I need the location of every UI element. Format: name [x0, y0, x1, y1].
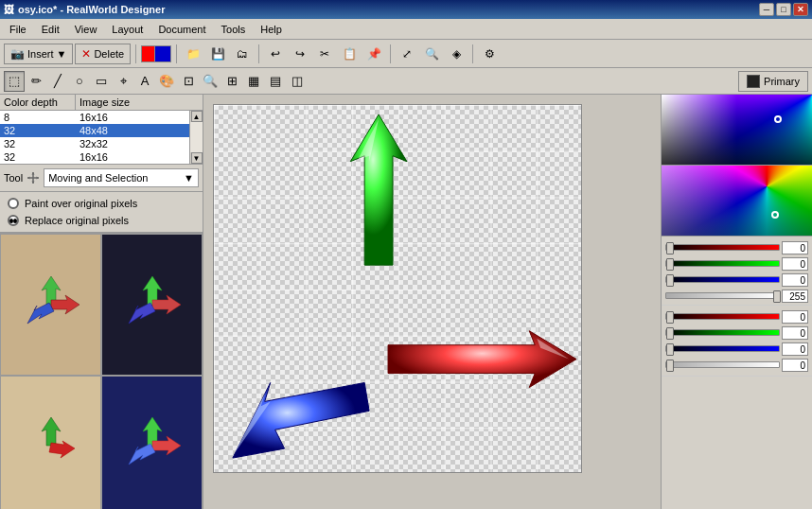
slider-track-blue[interactable] [665, 276, 780, 283]
slider-thumb-red-2[interactable] [666, 311, 674, 324]
slider-value-alpha-2[interactable]: 0 [782, 359, 808, 372]
minimize-button[interactable]: ─ [759, 3, 774, 16]
thumb-svg-3 [119, 412, 185, 479]
menu-layout[interactable]: Layout [104, 22, 150, 37]
slider-thumb-blue[interactable] [666, 274, 674, 287]
copy-button[interactable]: 📋 [338, 44, 361, 64]
zoom-in-button[interactable]: 🔍 [200, 71, 221, 92]
line-tool-button[interactable]: ╱ [47, 71, 68, 92]
menu-help[interactable]: Help [253, 22, 290, 37]
radio-paint-over[interactable]: Paint over original pixels [8, 198, 195, 209]
list-item-2[interactable]: 32 32x32 [0, 137, 189, 150]
slider-value-blue-2[interactable]: 0 [782, 342, 808, 356]
ellipse-tool-button[interactable]: ○ [69, 71, 90, 92]
slider-value-alpha[interactable]: 255 [782, 290, 808, 303]
tool-icons-bar: ⬚ ✏ ╱ ○ ▭ ⌖ A 🎨 ⊡ 🔍 ⊞ ▦ ▤ ◫ Primary [0, 68, 812, 95]
zoom-button[interactable]: 🔍 [420, 44, 443, 64]
pencil-tool-button[interactable]: ✏ [26, 71, 46, 92]
slider-thumb-blue-2[interactable] [666, 343, 674, 356]
cell-size-2: 32x32 [79, 138, 108, 149]
cut-button[interactable]: ✂ [313, 44, 336, 64]
color-gradient-1 [662, 95, 812, 165]
eraser-tool-button[interactable]: ⊡ [178, 71, 199, 92]
menu-view[interactable]: View [67, 22, 105, 37]
grid-btn-4[interactable]: ◫ [287, 71, 308, 92]
close-button[interactable]: ✕ [793, 3, 808, 16]
list-item-0[interactable]: 8 16x16 [0, 111, 189, 124]
thumbnail-2[interactable] [0, 376, 101, 510]
scroll-up-btn[interactable]: ▲ [191, 111, 203, 122]
slider-thumb-alpha[interactable] [773, 290, 781, 303]
svg-marker-6 [27, 303, 54, 324]
undo-button[interactable]: ↩ [264, 44, 287, 64]
radio-label-2: Replace original pixels [25, 215, 129, 226]
thumbnail-1[interactable] [101, 234, 203, 376]
list-item-3[interactable]: 32 16x16 [0, 150, 189, 164]
list-scrollbar[interactable]: ▲ ▼ [189, 111, 203, 164]
menu-edit[interactable]: Edit [34, 22, 67, 37]
thumbnail-3[interactable] [101, 376, 203, 510]
primary-button[interactable]: Primary [738, 71, 808, 92]
grid-btn-2[interactable]: ▦ [243, 71, 264, 92]
grid-btn-1[interactable]: ⊞ [221, 71, 242, 92]
slider-thumb-green[interactable] [666, 258, 674, 271]
sliders-group-2: 0 0 0 0 [662, 306, 812, 377]
menu-document[interactable]: Document [150, 22, 213, 37]
slider-track-blue-2[interactable] [665, 345, 780, 352]
slider-value-blue[interactable]: 0 [782, 273, 808, 287]
maximize-button[interactable]: □ [776, 3, 791, 16]
radio-replace[interactable]: Replace original pixels [8, 215, 195, 226]
menu-file[interactable]: File [2, 22, 34, 37]
filter-button[interactable]: ◈ [445, 44, 468, 64]
slider-track-alpha-2[interactable] [665, 361, 780, 368]
delete-icon: ✕ [81, 47, 91, 61]
lasso-tool-button[interactable]: ⌖ [113, 71, 133, 92]
slider-track-green-2[interactable] [665, 329, 780, 336]
title-bar-left: 🖼 osy.ico* - RealWorld Designer [4, 4, 165, 15]
list-item-1[interactable]: 32 48x48 [0, 124, 189, 137]
save-all-button[interactable]: 🗂 [231, 44, 254, 64]
slider-track-alpha[interactable] [665, 292, 780, 299]
thumbnail-0[interactable] [0, 234, 101, 376]
delete-button[interactable]: ✕ Delete [75, 44, 131, 64]
rect-tool-button[interactable]: ▭ [91, 71, 112, 92]
open-button[interactable]: 📁 [182, 44, 204, 64]
settings-button[interactable]: ⚙ [478, 44, 501, 64]
right-panel-spacer [662, 377, 812, 509]
scroll-track[interactable] [190, 122, 203, 152]
slider-thumb-red[interactable] [666, 242, 674, 254]
select-tool-button[interactable]: ⬚ [4, 71, 25, 92]
slider-value-green-2[interactable]: 0 [782, 326, 808, 340]
canvas-wrapper[interactable] [213, 104, 582, 473]
menu-tools[interactable]: Tools [214, 22, 254, 37]
scroll-down-btn[interactable]: ▼ [191, 152, 203, 164]
slider-value-green[interactable]: 0 [782, 257, 808, 271]
slider-green: 0 [665, 256, 808, 271]
paste-button[interactable]: 📌 [362, 44, 385, 64]
grid-btn-3[interactable]: ▤ [265, 71, 286, 92]
color-swatch-blue[interactable] [154, 45, 171, 62]
redo-button[interactable]: ↪ [289, 44, 311, 64]
resize-button[interactable]: ⤢ [396, 44, 418, 64]
insert-button[interactable]: 📷 Insert ▼ [4, 44, 73, 64]
color-picker-1[interactable] [662, 95, 812, 166]
fill-tool-button[interactable]: 🎨 [156, 71, 177, 92]
separator-1 [135, 44, 136, 63]
slider-track-red-2[interactable] [665, 313, 780, 320]
slider-value-red[interactable]: 0 [782, 241, 808, 254]
svg-marker-15 [350, 114, 407, 265]
text-tool-button[interactable]: A [134, 71, 155, 92]
save-button[interactable]: 💾 [206, 44, 229, 64]
slider-thumb-alpha-2[interactable] [666, 360, 674, 372]
svg-marker-14 [129, 444, 155, 465]
tool-section: Tool Moving and Selection ▼ [0, 164, 203, 192]
slider-thumb-green-2[interactable] [666, 327, 674, 340]
slider-value-red-2[interactable]: 0 [782, 310, 808, 324]
slider-track-red[interactable] [665, 244, 780, 251]
canvas-area [203, 95, 661, 509]
svg-marker-11 [49, 441, 75, 458]
slider-track-green[interactable] [665, 260, 780, 267]
color-picker-2[interactable] [662, 166, 812, 237]
tool-dropdown[interactable]: Moving and Selection ▼ [44, 168, 199, 187]
menu-bar: File Edit View Layout Document Tools Hel… [0, 19, 812, 40]
